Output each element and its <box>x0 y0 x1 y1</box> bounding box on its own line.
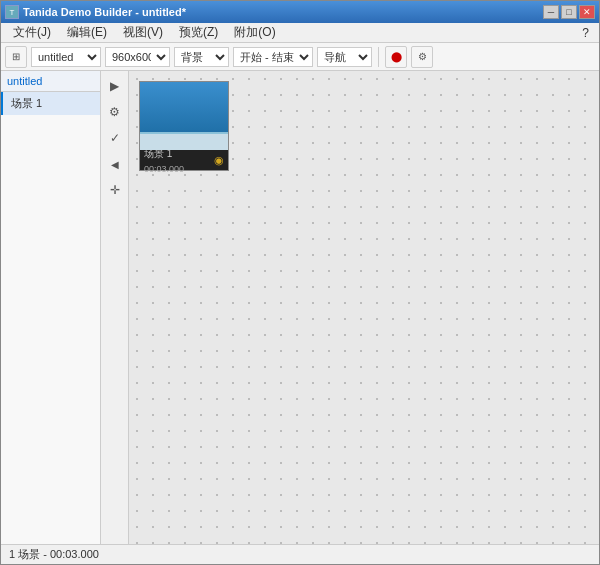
main-area: untitled 场景 1 ▶ ⚙ ✓ ◀ ✛ <box>1 71 599 544</box>
scene-preview-svg <box>140 82 228 150</box>
menu-edit[interactable]: 编辑(E) <box>59 22 115 43</box>
toolbar-separator <box>378 47 379 67</box>
background-select[interactable]: 背景 <box>174 47 229 67</box>
navigation-select[interactable]: 导航 <box>317 47 372 67</box>
record-icon: ⬤ <box>391 51 402 62</box>
share-icon-button[interactable]: ◀ <box>104 153 126 175</box>
gear-icon: ⚙ <box>109 105 120 119</box>
icon-bar: ▶ ⚙ ✓ ◀ ✛ <box>101 71 129 544</box>
record-button[interactable]: ⬤ <box>385 46 407 68</box>
status-bar: 1 场景 - 00:03.000 <box>1 544 599 564</box>
window-title: Tanida Demo Builder - untitled* <box>23 6 186 18</box>
check-icon: ✓ <box>110 131 120 145</box>
status-text: 1 场景 - 00:03.000 <box>9 547 99 562</box>
scene-preview <box>140 82 228 150</box>
grid-icon: ⊞ <box>12 51 20 62</box>
play-icon: ▶ <box>110 79 119 93</box>
menu-view[interactable]: 视图(V) <box>115 22 171 43</box>
close-button[interactable]: ✕ <box>579 5 595 19</box>
settings-icon: ⚙ <box>418 51 427 62</box>
left-panel: untitled 场景 1 <box>1 71 101 544</box>
maximize-button[interactable]: □ <box>561 5 577 19</box>
menu-file[interactable]: 文件(J) <box>5 22 59 43</box>
settings-button[interactable]: ⚙ <box>411 46 433 68</box>
svg-rect-1 <box>140 132 228 150</box>
view-toggle-button[interactable]: ⊞ <box>5 46 27 68</box>
title-bar: T Tanida Demo Builder - untitled* ─ □ ✕ <box>1 1 599 23</box>
app-icon: T <box>5 5 19 19</box>
resolution-select[interactable]: 960x600 <box>105 47 170 67</box>
panel-header[interactable]: untitled <box>1 71 100 92</box>
move-icon: ✛ <box>110 183 120 197</box>
settings-icon-button[interactable]: ⚙ <box>104 101 126 123</box>
project-select[interactable]: untitled <box>31 47 101 67</box>
scene-thumb-bar: 场景 1 00:03.000 ◉ <box>140 150 228 170</box>
share-icon: ◀ <box>111 159 119 170</box>
menu-help[interactable]: ? <box>576 24 595 42</box>
menu-bar: 文件(J) 编辑(E) 视图(V) 预览(Z) 附加(O) ? <box>1 23 599 43</box>
play-icon-button[interactable]: ▶ <box>104 75 126 97</box>
scene-list-item[interactable]: 场景 1 <box>1 92 100 115</box>
title-bar-left: T Tanida Demo Builder - untitled* <box>5 5 186 19</box>
eye-icon[interactable]: ◉ <box>214 154 224 167</box>
scene-thumbnail[interactable]: 场景 1 00:03.000 ◉ <box>139 81 229 171</box>
menu-preview[interactable]: 预览(Z) <box>171 22 226 43</box>
window-controls: ─ □ ✕ <box>543 5 595 19</box>
check-icon-button[interactable]: ✓ <box>104 127 126 149</box>
toolbar: ⊞ untitled 960x600 背景 开始 - 结束 导航 ⬤ ⚙ <box>1 43 599 71</box>
content-area[interactable]: 场景 1 00:03.000 ◉ <box>129 71 599 544</box>
main-window: T Tanida Demo Builder - untitled* ─ □ ✕ … <box>0 0 600 565</box>
menu-extras[interactable]: 附加(O) <box>226 22 283 43</box>
move-icon-button[interactable]: ✛ <box>104 179 126 201</box>
minimize-button[interactable]: ─ <box>543 5 559 19</box>
scene-time: 00:03.000 <box>144 164 184 174</box>
svg-rect-0 <box>140 82 228 132</box>
start-end-select[interactable]: 开始 - 结束 <box>233 47 313 67</box>
